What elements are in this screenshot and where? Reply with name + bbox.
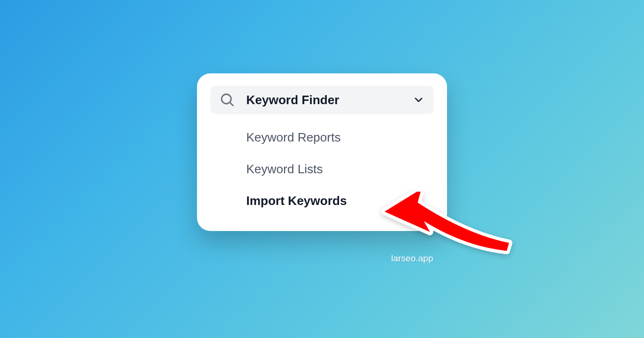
search-icon [219, 91, 236, 108]
menu-item-label: Keyword Reports [246, 130, 340, 144]
menu-item-label: Keyword Lists [246, 162, 323, 176]
menu-item-import-keywords[interactable]: Import Keywords [210, 185, 434, 217]
menu-item-keyword-lists[interactable]: Keyword Lists [210, 153, 434, 185]
chevron-down-icon [412, 93, 425, 107]
svg-line-1 [230, 102, 233, 106]
dropdown-menu-card: Keyword Finder Keyword Reports Keyword L… [197, 73, 447, 231]
dropdown-header-label: Keyword Finder [246, 93, 412, 107]
menu-item-keyword-reports[interactable]: Keyword Reports [210, 122, 434, 153]
dropdown-header[interactable]: Keyword Finder [210, 86, 434, 114]
caption-text: larseo.app [391, 253, 433, 264]
menu-item-label: Import Keywords [246, 194, 347, 208]
